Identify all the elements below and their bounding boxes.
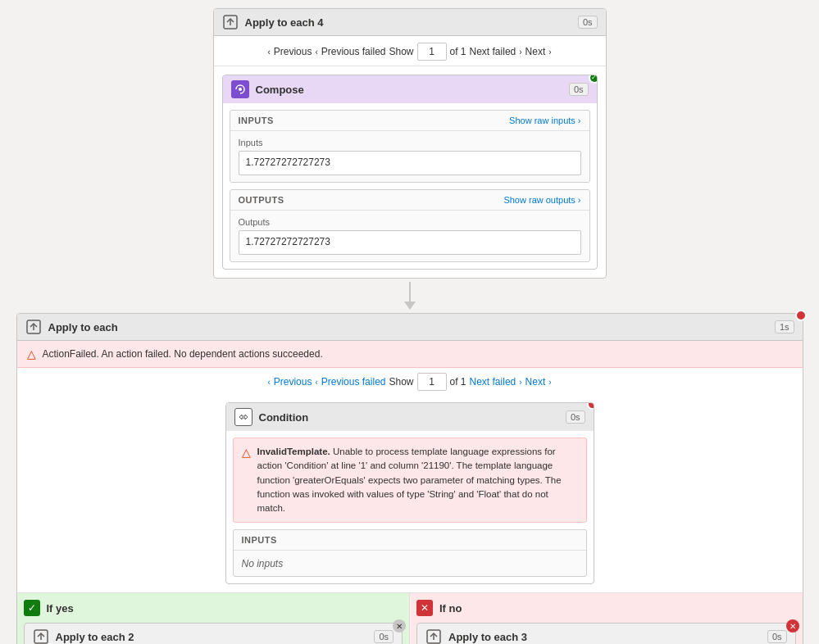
condition-header: Condition 0s	[226, 403, 594, 431]
branch-yes-label: If yes	[47, 602, 74, 615]
apply-to-each-2-badge: 0s	[374, 630, 394, 643]
close-apply-2-btn[interactable]: ✕	[393, 619, 406, 633]
branches-row: ✓ If yes ✕ Apply to each 2 0s	[17, 592, 803, 644]
loop-icon-2	[25, 319, 42, 335]
condition-inputs-panel: INPUTS No inputs	[233, 529, 587, 577]
inputs-value: 1.72727272727273	[239, 151, 581, 175]
condition-icon	[234, 408, 253, 426]
inputs-field-label: Inputs	[239, 138, 581, 147]
apply-to-each-title: Apply to each	[48, 321, 118, 333]
no-inputs-label: No inputs	[242, 558, 284, 569]
apply-to-each-2-block: ✕ Apply to each 2 0s	[24, 623, 403, 644]
inputs-title: INPUTS	[239, 116, 274, 125]
next-link[interactable]: Next	[526, 46, 546, 57]
compose-badge: 0s	[569, 83, 589, 96]
apply-to-each-block: Apply to each 1s △ ActionFailed. An acti…	[16, 313, 803, 644]
condition-inputs-content: No inputs	[234, 551, 586, 576]
action-failed-bar: △ ActionFailed. An action failed. No dep…	[17, 341, 803, 368]
compose-outputs-header: OUTPUTS Show raw outputs ›	[230, 190, 589, 211]
of-label-2: of 1	[450, 376, 466, 388]
compose-icon	[231, 80, 249, 98]
apply-to-each-4-title: Apply to each 4	[245, 16, 324, 29]
error-indicator	[795, 310, 807, 321]
compose-inputs-content: Inputs 1.72727272727273	[230, 131, 589, 182]
close-apply-3-btn[interactable]: ✕	[786, 619, 799, 633]
compose-title: Compose	[256, 84, 304, 96]
show-label: Show	[389, 46, 413, 57]
connector-arrow	[404, 282, 416, 310]
next-failed-link[interactable]: Next failed	[470, 46, 516, 57]
loop-icon-4	[425, 628, 442, 644]
loop-icon-3	[33, 628, 49, 644]
condition-block: Condition 0s △ InvalidTemplate. Unable t…	[225, 402, 594, 584]
condition-inputs-title: INPUTS	[242, 535, 277, 545]
condition-inputs-header: INPUTS	[234, 530, 586, 551]
next-failed-link-2[interactable]: Next failed	[470, 376, 516, 388]
warning-icon: △	[27, 347, 36, 361]
outputs-field-label: Outputs	[239, 217, 581, 227]
prev-failed-link-2[interactable]: Previous failed	[321, 376, 386, 388]
apply-to-each-badge: 1s	[775, 320, 794, 333]
apply-to-each-3-badge: 0s	[767, 630, 787, 643]
svg-point-1	[239, 88, 242, 91]
error-msg-text: InvalidTemplate. Unable to process templ…	[257, 445, 578, 515]
apply-to-each-4-header: Apply to each 4 0s	[214, 9, 606, 36]
prev-link-2[interactable]: Previous	[274, 376, 312, 388]
pagination-bar-4: ‹ Previous ‹ Previous failed Show of 1 N…	[214, 36, 606, 66]
loop-icon	[222, 14, 239, 30]
apply-to-each-3-block: ✕ Apply to each 3 0s	[416, 623, 796, 644]
branch-no-label: If no	[439, 602, 462, 615]
condition-title: Condition	[259, 411, 309, 424]
compose-block: Compose 0s INPUTS Show raw inputs › Inpu…	[222, 75, 598, 270]
show-label-2: Show	[389, 376, 413, 388]
pagination-input[interactable]	[417, 43, 447, 61]
error-message-box: △ InvalidTemplate. Unable to process tem…	[233, 438, 587, 523]
condition-outer: Condition 0s △ InvalidTemplate. Unable t…	[225, 402, 594, 584]
condition-badge: 0s	[566, 410, 585, 424]
pagination-bar-2: ‹ Previous ‹ Previous failed Show of 1 N…	[17, 368, 803, 394]
apply-to-each-4-block: Apply to each 4 0s ‹ Previous ‹ Previous…	[213, 8, 607, 279]
prev-link[interactable]: Previous	[274, 46, 312, 57]
of-label: of 1	[450, 46, 466, 57]
compose-header: Compose 0s	[223, 75, 597, 103]
branch-yes-header: ✓ If yes	[24, 600, 403, 616]
compose-outputs-content: Outputs 1.72727272727273	[230, 211, 589, 261]
pagination-input-2[interactable]	[417, 373, 447, 391]
branch-yes: ✓ If yes ✕ Apply to each 2 0s	[17, 593, 411, 644]
error-msg-icon: △	[242, 446, 251, 515]
show-raw-inputs-link[interactable]: Show raw inputs ›	[509, 116, 580, 125]
branch-no: ✕ If no ✕ Apply to each 3 0s	[410, 593, 803, 644]
outputs-title: OUTPUTS	[239, 195, 284, 205]
prev-failed-link[interactable]: Previous failed	[321, 46, 386, 57]
show-raw-outputs-link[interactable]: Show raw outputs ›	[503, 195, 580, 205]
apply-to-each-3-title: Apply to each 3	[448, 631, 527, 643]
outputs-value: 1.72727272727273	[239, 230, 581, 255]
no-icon: ✕	[416, 600, 433, 616]
apply-to-each-2-title: Apply to each 2	[56, 631, 134, 643]
apply-to-each-4-badge: 0s	[578, 16, 598, 29]
compose-inputs-header: INPUTS Show raw inputs ›	[230, 111, 589, 131]
compose-inputs-panel: INPUTS Show raw inputs › Inputs 1.727272…	[230, 110, 590, 183]
compose-outputs-panel: OUTPUTS Show raw outputs › Outputs 1.727…	[230, 189, 590, 262]
next-link-2[interactable]: Next	[526, 376, 546, 388]
branch-no-header: ✕ If no	[416, 600, 796, 616]
apply-to-each-header: Apply to each 1s	[17, 314, 803, 341]
action-failed-text: ActionFailed. An action failed. No depen…	[43, 348, 323, 360]
yes-icon: ✓	[24, 600, 40, 616]
